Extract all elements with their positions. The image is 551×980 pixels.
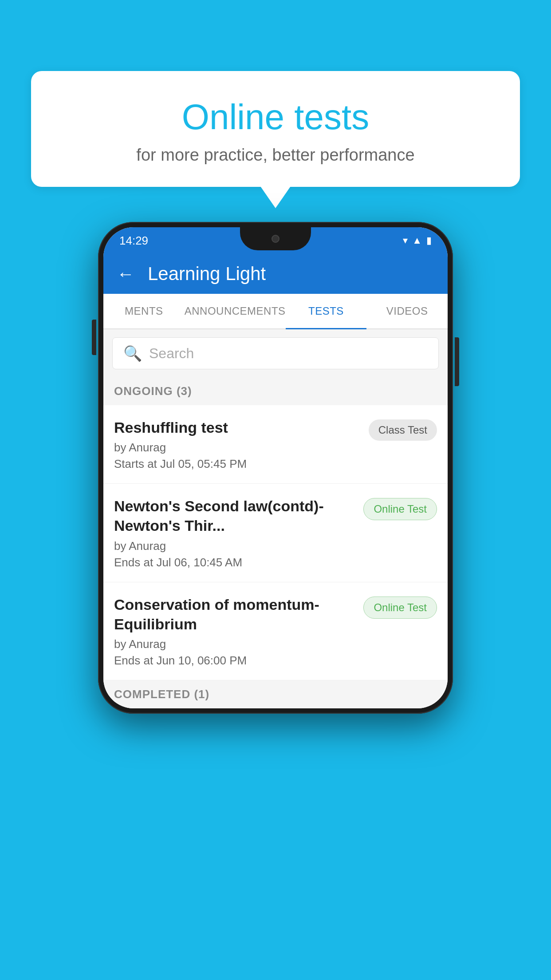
battery-icon: ▮ — [426, 235, 432, 246]
wifi-icon: ▾ — [403, 235, 408, 246]
phone-screen: 14:29 ▾ ▲ ▮ ← Learning Light MENTS — [103, 227, 448, 708]
ongoing-title: ONGOING (3) — [114, 384, 192, 398]
search-container: 🔍 Search — [103, 329, 448, 377]
test-time: Ends at Jun 10, 06:00 PM — [114, 654, 356, 668]
tab-announcements[interactable]: ANNOUNCEMENTS — [185, 294, 286, 328]
notch — [240, 227, 311, 250]
test-time: Starts at Jul 05, 05:45 PM — [114, 457, 362, 471]
back-button[interactable]: ← — [117, 264, 134, 284]
speech-bubble: Online tests for more practice, better p… — [31, 71, 520, 187]
test-time: Ends at Jul 06, 10:45 AM — [114, 556, 356, 569]
app-title: Learning Light — [148, 263, 266, 285]
tab-tests[interactable]: TESTS — [286, 294, 367, 328]
test-author: by Anurag — [114, 441, 362, 454]
completed-section-header: COMPLETED (1) — [103, 680, 448, 708]
search-bar[interactable]: 🔍 Search — [112, 337, 439, 369]
test-item[interactable]: Conservation of momentum-Equilibrium by … — [103, 582, 448, 680]
bubble-title: Online tests — [58, 98, 493, 137]
test-list: Reshuffling test by Anurag Starts at Jul… — [103, 405, 448, 680]
ongoing-section-header: ONGOING (3) — [103, 377, 448, 405]
test-name: Conservation of momentum-Equilibrium — [114, 595, 356, 634]
test-badge-online-2: Online Test — [363, 597, 437, 619]
phone-mockup: 14:29 ▾ ▲ ▮ ← Learning Light MENTS — [98, 222, 453, 714]
tab-videos[interactable]: VIDEOS — [366, 294, 448, 328]
tab-ments[interactable]: MENTS — [103, 294, 185, 328]
status-time: 14:29 — [119, 234, 148, 248]
test-author: by Anurag — [114, 637, 356, 651]
test-badge-class: Class Test — [369, 419, 437, 441]
test-item[interactable]: Reshuffling test by Anurag Starts at Jul… — [103, 405, 448, 484]
test-name: Reshuffling test — [114, 418, 362, 437]
test-info: Reshuffling test by Anurag Starts at Jul… — [114, 418, 362, 471]
search-input[interactable]: Search — [149, 345, 194, 362]
test-info: Newton's Second law(contd)-Newton's Thir… — [114, 496, 356, 569]
test-info: Conservation of momentum-Equilibrium by … — [114, 595, 356, 668]
search-icon: 🔍 — [123, 344, 142, 362]
promo-section: Online tests for more practice, better p… — [31, 71, 520, 187]
phone-frame: 14:29 ▾ ▲ ▮ ← Learning Light MENTS — [98, 222, 453, 714]
signal-icon: ▲ — [412, 235, 422, 246]
test-badge-online: Online Test — [363, 498, 437, 520]
test-name: Newton's Second law(contd)-Newton's Thir… — [114, 496, 356, 535]
app-header: ← Learning Light — [103, 254, 448, 294]
completed-title: COMPLETED (1) — [114, 688, 209, 701]
status-bar: 14:29 ▾ ▲ ▮ — [103, 227, 448, 254]
bubble-subtitle: for more practice, better performance — [58, 146, 493, 165]
status-icons: ▾ ▲ ▮ — [403, 235, 432, 246]
test-author: by Anurag — [114, 539, 356, 553]
tab-bar: MENTS ANNOUNCEMENTS TESTS VIDEOS — [103, 294, 448, 329]
camera-icon — [272, 235, 279, 243]
test-item[interactable]: Newton's Second law(contd)-Newton's Thir… — [103, 484, 448, 582]
